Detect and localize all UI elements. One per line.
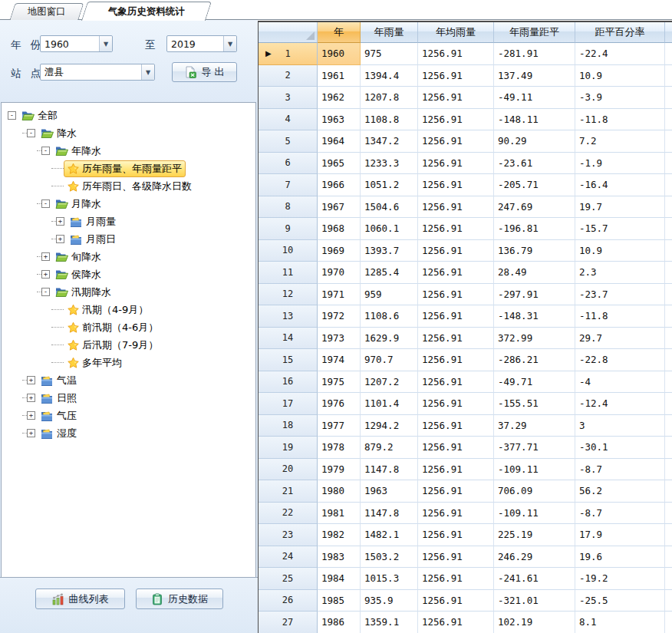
anomaly-cell[interactable]: 706.09 — [494, 480, 575, 503]
avg-rain-cell[interactable]: 1256.91 — [418, 284, 494, 306]
expand-icon[interactable]: + — [41, 270, 50, 279]
year-cell[interactable]: 1980 — [318, 480, 361, 503]
tree-node[interactable]: 湿度 — [37, 425, 81, 442]
year-cell[interactable]: 1979 — [318, 459, 361, 481]
anomaly-cell[interactable]: -281.91 — [494, 43, 575, 65]
year-cell[interactable]: 1973 — [318, 328, 361, 350]
row-number-cell[interactable]: 13 — [259, 305, 318, 328]
row-number-cell[interactable]: 11 — [259, 262, 318, 284]
table-row[interactable]: 919681060.11256.91-196.81-15.7 — [259, 218, 672, 240]
year-cell[interactable]: 1984 — [318, 568, 361, 590]
row-number-cell[interactable]: ▶1 — [259, 43, 318, 65]
anomaly-cell[interactable]: 28.49 — [494, 262, 575, 284]
anomaly-cell[interactable]: -23.61 — [494, 153, 575, 175]
table-row[interactable]: 319621207.81256.91-49.11-3.9 — [259, 87, 672, 109]
anomaly-pct-cell[interactable]: 8.1 — [575, 612, 665, 633]
year-cell[interactable]: 1974 — [318, 349, 361, 371]
table-row[interactable]: 519641347.21256.9190.297.2 — [259, 130, 672, 153]
avg-rain-cell[interactable]: 1256.91 — [418, 437, 494, 459]
tree-node[interactable]: 多年平均 — [64, 354, 126, 371]
tree-item[interactable]: 多年平均 — [2, 354, 255, 371]
tree-item[interactable]: +旬降水 — [2, 248, 255, 265]
tree-node[interactable]: 气压 — [37, 407, 81, 424]
station-select[interactable]: 澧县 ▼ — [40, 64, 155, 81]
annual-rain-cell[interactable]: 1285.4 — [361, 262, 418, 284]
year-cell[interactable]: 1969 — [318, 240, 361, 262]
avg-rain-cell[interactable]: 1256.91 — [418, 87, 494, 109]
tree-item[interactable]: +侯降水 — [2, 265, 255, 283]
tree-node[interactable]: 旬降水 — [51, 249, 105, 265]
anomaly-pct-cell[interactable]: -3.9 — [575, 87, 665, 109]
anomaly-pct-cell[interactable]: -8.7 — [575, 459, 665, 481]
column-header-anomaly[interactable]: 年雨量距平 — [494, 22, 575, 43]
avg-rain-cell[interactable]: 1256.91 — [418, 174, 494, 196]
year-cell[interactable]: 1970 — [318, 262, 361, 284]
avg-rain-cell[interactable]: 1256.91 — [418, 612, 494, 633]
table-row[interactable]: 2419831503.21256.91246.2919.6 — [259, 546, 672, 569]
year-cell[interactable]: 1982 — [318, 524, 361, 546]
anomaly-cell[interactable]: 372.99 — [494, 328, 575, 350]
avg-rain-cell[interactable]: 1256.91 — [418, 153, 494, 175]
year-to-select[interactable]: 2019 ▼ — [166, 35, 237, 52]
anomaly-cell[interactable]: -241.61 — [494, 568, 575, 590]
avg-rain-cell[interactable]: 1256.91 — [418, 415, 494, 437]
row-number-cell[interactable]: 18 — [259, 415, 318, 437]
collapse-icon[interactable]: - — [41, 199, 50, 208]
tree-item[interactable]: +月雨日 — [2, 230, 255, 248]
anomaly-pct-cell[interactable]: -16.4 — [575, 174, 665, 196]
annual-rain-cell[interactable]: 1359.1 — [361, 612, 418, 633]
annual-rain-cell[interactable]: 1233.3 — [361, 153, 418, 175]
expand-icon[interactable]: + — [56, 235, 64, 243]
table-row[interactable]: 151974970.71256.91-286.21-22.8 — [259, 349, 672, 371]
anomaly-cell[interactable]: 137.49 — [494, 65, 575, 87]
column-header-year[interactable]: 年 — [318, 22, 361, 43]
avg-rain-cell[interactable]: 1256.91 — [418, 262, 494, 284]
expand-icon[interactable]: + — [27, 429, 35, 437]
annual-rain-cell[interactable]: 1101.4 — [361, 393, 418, 415]
year-cell[interactable]: 1960 — [318, 43, 361, 65]
year-cell[interactable]: 1976 — [318, 393, 361, 415]
tree-node[interactable]: 日照 — [37, 390, 81, 407]
row-number-cell[interactable]: 22 — [259, 503, 318, 525]
tree-node[interactable]: 降水 — [37, 125, 81, 142]
avg-rain-cell[interactable]: 1256.91 — [418, 240, 494, 262]
row-number-cell[interactable]: 25 — [259, 568, 318, 590]
tree-node[interactable]: 月雨日 — [66, 231, 120, 248]
table-row[interactable]: 1119701285.41256.9128.492.3 — [259, 262, 672, 284]
annual-rain-cell[interactable]: 1051.2 — [361, 174, 418, 196]
avg-rain-cell[interactable]: 1256.91 — [418, 590, 494, 612]
anomaly-cell[interactable]: 247.69 — [494, 196, 575, 219]
expand-icon[interactable]: + — [27, 376, 35, 384]
export-button[interactable]: 导 出 — [172, 62, 237, 82]
annual-rain-cell[interactable]: 1147.8 — [361, 503, 418, 525]
anomaly-cell[interactable]: -148.31 — [494, 305, 575, 328]
annual-rain-cell[interactable]: 1207.2 — [361, 371, 418, 394]
anomaly-pct-cell[interactable]: 56.2 — [575, 480, 665, 503]
anomaly-pct-cell[interactable]: -23.7 — [575, 284, 665, 306]
year-cell[interactable]: 1964 — [318, 130, 361, 153]
annual-rain-cell[interactable]: 959 — [361, 284, 418, 306]
year-cell[interactable]: 1965 — [318, 153, 361, 175]
row-number-cell[interactable]: 16 — [259, 371, 318, 394]
row-number-cell[interactable]: 9 — [259, 218, 318, 240]
table-row[interactable]: 191978879.21256.91-377.71-30.1 — [259, 437, 672, 459]
tree-node[interactable]: 汛期降水 — [51, 284, 115, 301]
tree-node[interactable]: 气温 — [37, 372, 81, 389]
annual-rain-cell[interactable]: 1482.1 — [361, 524, 418, 546]
row-number-cell[interactable]: 24 — [259, 546, 318, 569]
avg-rain-cell[interactable]: 1256.91 — [418, 328, 494, 350]
table-row[interactable]: 1719761101.41256.91-155.51-12.4 — [259, 393, 672, 415]
row-number-cell[interactable]: 20 — [259, 459, 318, 481]
anomaly-cell[interactable]: -297.91 — [494, 284, 575, 306]
year-cell[interactable]: 1962 — [318, 87, 361, 109]
anomaly-pct-cell[interactable]: 2.3 — [575, 262, 665, 284]
anomaly-cell[interactable]: -377.71 — [494, 437, 575, 459]
anomaly-pct-cell[interactable]: -8.7 — [575, 503, 665, 525]
avg-rain-cell[interactable]: 1256.91 — [418, 393, 494, 415]
anomaly-cell[interactable]: -109.11 — [494, 459, 575, 481]
anomaly-pct-cell[interactable]: -11.8 — [575, 109, 665, 131]
annual-rain-cell[interactable]: 1963 — [361, 480, 418, 503]
tree-item[interactable]: +日照 — [2, 389, 255, 407]
anomaly-pct-cell[interactable]: -25.5 — [575, 590, 665, 612]
year-cell[interactable]: 1966 — [318, 174, 361, 196]
